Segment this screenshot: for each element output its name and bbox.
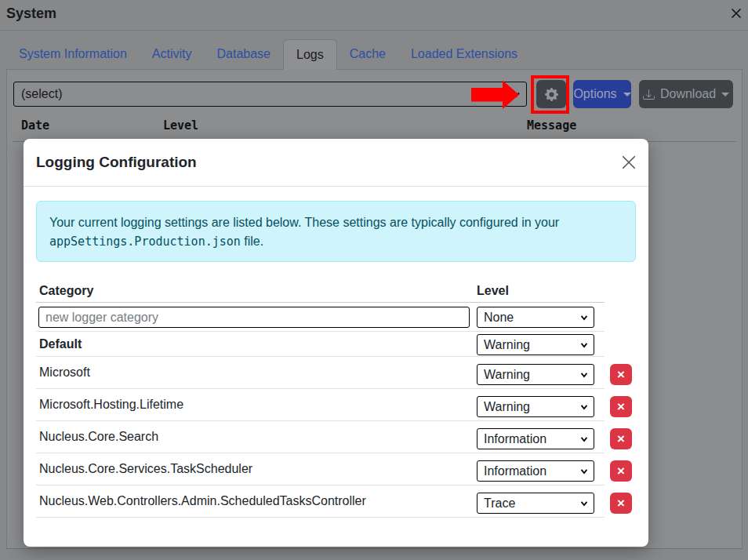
- titlebar-divider: [0, 30, 748, 31]
- page-title: System: [6, 5, 56, 22]
- alert-text: Your current logging settings are listed…: [49, 216, 559, 229]
- logger-config-row: Microsoft Warning ×: [36, 357, 605, 389]
- modal-close-icon[interactable]: [621, 155, 637, 170]
- logger-category-label: Default: [39, 337, 82, 351]
- log-column-message: Message: [527, 118, 576, 133]
- tab-database[interactable]: Database: [205, 39, 284, 70]
- logging-config-table: Category Level None Default Warning: [36, 275, 636, 518]
- logger-config-row: Default Warning: [36, 332, 605, 357]
- tab-cache[interactable]: Cache: [337, 39, 398, 70]
- log-table-header: Date Level Message: [13, 70, 736, 142]
- log-column-level: Level: [163, 118, 198, 133]
- modal-body: Your current logging settings are listed…: [24, 187, 648, 530]
- logger-category-label: Nucleus.Web.Controllers.Admin.ScheduledT…: [39, 494, 366, 508]
- logger-category-label: Microsoft: [39, 365, 90, 380]
- delete-logger-button[interactable]: ×: [610, 396, 632, 417]
- logger-level-select-wrap: Warning: [477, 334, 594, 355]
- delete-logger-button[interactable]: ×: [610, 460, 632, 482]
- logger-level-select[interactable]: Warning: [477, 364, 594, 385]
- new-logger-row: None: [36, 303, 605, 332]
- logger-level-select[interactable]: Warning: [477, 334, 594, 355]
- tab-loaded-extensions[interactable]: Loaded Extensions: [398, 39, 530, 70]
- new-logger-level-select-wrap: None: [477, 307, 594, 328]
- logger-level-select-wrap: Trace: [477, 493, 594, 514]
- logger-level-select[interactable]: Warning: [477, 396, 594, 417]
- logger-level-select-wrap: Information: [477, 428, 594, 449]
- modal-header: Logging Configuration: [24, 139, 648, 187]
- config-table-header: Category Level: [36, 275, 605, 303]
- alert-text-suffix: file.: [241, 235, 263, 248]
- delete-logger-button[interactable]: ×: [610, 364, 632, 385]
- logger-category-label: Microsoft.Hosting.Lifetime: [39, 398, 183, 412]
- alert-code: appSettings.Production.json: [49, 235, 241, 249]
- annotation-arrow-icon: [471, 80, 520, 110]
- modal-title: Logging Configuration: [36, 154, 197, 171]
- logger-category-label: Nucleus.Core.Search: [39, 430, 158, 444]
- logger-level-select-wrap: Information: [477, 460, 594, 482]
- logger-level-select-wrap: Warning: [477, 396, 594, 417]
- new-logger-level-select[interactable]: None: [477, 307, 594, 328]
- logger-config-row: Microsoft.Hosting.Lifetime Warning ×: [36, 389, 605, 421]
- category-header: Category: [39, 285, 93, 297]
- logger-level-select[interactable]: Trace: [477, 493, 594, 514]
- delete-logger-button[interactable]: ×: [610, 428, 632, 449]
- tab-activity[interactable]: Activity: [140, 39, 205, 70]
- logging-configuration-modal: Logging Configuration Your current loggi…: [24, 139, 648, 547]
- log-column-date: Date: [21, 118, 49, 133]
- delete-logger-button[interactable]: ×: [610, 493, 632, 514]
- logger-level-select[interactable]: Information: [477, 460, 594, 482]
- tab-bar: System Information Activity Database Log…: [6, 39, 743, 70]
- logger-config-row: Nucleus.Web.Controllers.Admin.ScheduledT…: [36, 485, 605, 518]
- tab-system-information[interactable]: System Information: [6, 39, 140, 70]
- tab-logs[interactable]: Logs: [283, 39, 337, 70]
- level-header: Level: [477, 285, 509, 297]
- logger-category-label: Nucleus.Core.Services.TaskScheduler: [39, 462, 252, 476]
- logger-config-row: Nucleus.Core.Services.TaskScheduler Info…: [36, 453, 605, 485]
- info-alert: Your current logging settings are listed…: [36, 201, 636, 262]
- annotation-rectangle: [531, 75, 569, 114]
- logger-level-select[interactable]: Information: [477, 428, 594, 449]
- new-logger-category-input[interactable]: [38, 307, 470, 328]
- logger-config-row: Nucleus.Core.Search Information ×: [36, 421, 605, 453]
- close-icon[interactable]: [730, 7, 743, 20]
- logger-level-select-wrap: Warning: [477, 364, 594, 385]
